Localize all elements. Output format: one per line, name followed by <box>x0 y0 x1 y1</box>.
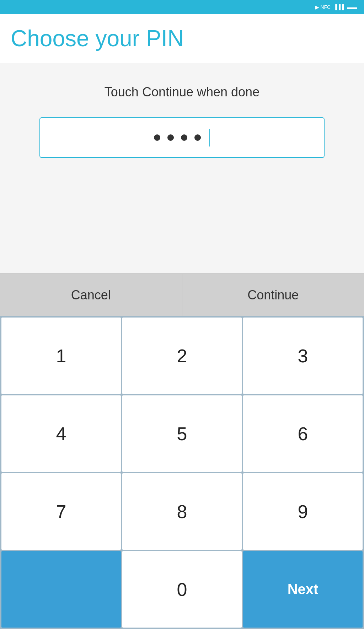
status-icons: ▶ NFC ▐▐▐ ▬▬ <box>315 4 357 10</box>
key-0[interactable]: 0 <box>122 551 242 628</box>
pin-cursor <box>209 129 210 146</box>
continue-button[interactable]: Continue <box>182 274 364 316</box>
cancel-button[interactable]: Cancel <box>0 274 182 316</box>
pin-input-field[interactable] <box>39 117 325 158</box>
pin-dot-3 <box>181 134 187 141</box>
action-row: Cancel Continue <box>0 273 364 316</box>
key-5[interactable]: 5 <box>122 395 242 472</box>
key-2[interactable]: 2 <box>122 318 242 394</box>
battery-icon: ▬▬ <box>347 4 357 10</box>
key-6[interactable]: 6 <box>243 395 363 472</box>
key-3[interactable]: 3 <box>243 318 363 394</box>
page-header: Choose your PIN <box>0 14 364 63</box>
status-bar: ▶ NFC ▐▐▐ ▬▬ <box>0 0 364 14</box>
key-8[interactable]: 8 <box>122 473 242 550</box>
key-1[interactable]: 1 <box>1 318 121 394</box>
next-button[interactable]: Next <box>243 551 363 628</box>
main-content: Touch Continue when done <box>0 63 364 273</box>
pin-dots <box>154 129 210 146</box>
nfc-icon: ▶ NFC <box>315 4 331 10</box>
pin-dot-4 <box>194 134 201 141</box>
signal-icon: ▐▐▐ <box>333 4 344 10</box>
key-7[interactable]: 7 <box>1 473 121 550</box>
bottom-section: Cancel Continue 1 2 3 4 5 6 7 8 9 0 Next <box>0 273 364 629</box>
instruction-text: Touch Continue when done <box>105 85 259 100</box>
key-9[interactable]: 9 <box>243 473 363 550</box>
pin-dot-2 <box>167 134 174 141</box>
key-4[interactable]: 4 <box>1 395 121 472</box>
backspace-button[interactable] <box>1 551 121 628</box>
pin-dot-1 <box>154 134 160 141</box>
page-title: Choose your PIN <box>11 25 353 52</box>
numpad: 1 2 3 4 5 6 7 8 9 0 Next <box>0 316 364 629</box>
